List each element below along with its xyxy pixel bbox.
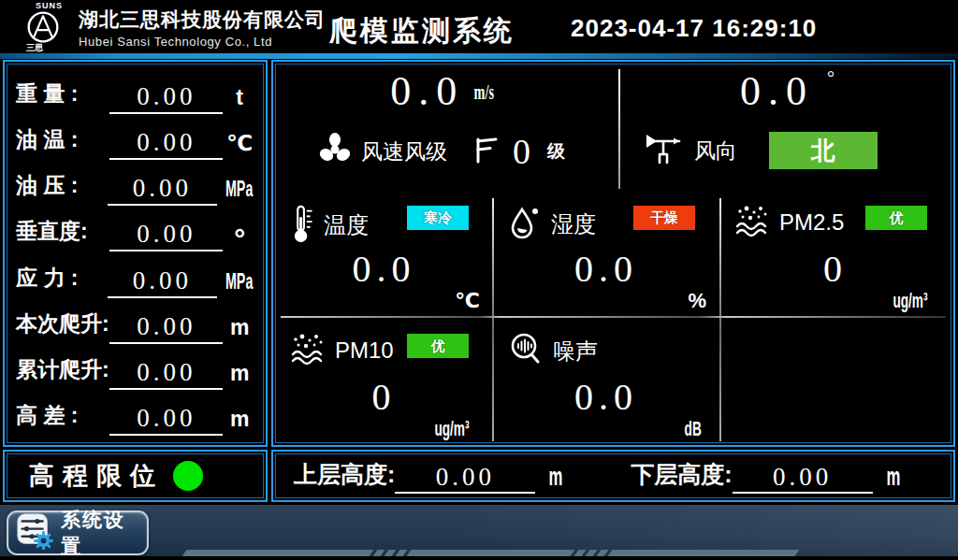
environment-panel: 0.0m/s 风速风级 [271,60,955,447]
elevation-limit-status-light [173,461,203,491]
metric-value: 0.00 [109,128,223,160]
metric-unit: MPa [225,269,253,294]
sensor-cell-empty [719,317,951,445]
grid-vertical-divider [719,198,721,441]
sensor-value: 0.0 [493,375,719,419]
metric-unit: ° [223,231,256,251]
wind-speed-unit: m/s [474,80,494,105]
sensor-value: 0.0 [493,247,719,291]
metric-unit: m [223,361,256,390]
metric-row-oil-pressure: 油 压 : 0.00 MPa [16,163,256,206]
metrics-panel: 重 量 : 0.00 t 油 温 : 0.00 ℃ 油 压 : 0.00 MPa… [3,60,268,447]
header: SUNS 三思 湖北三思科技股份有限公司 Hubei Sansi Technol… [0,0,958,53]
metric-row-verticality: 垂直度: 0.00 ° [16,208,256,251]
sensor-value: 0.0 [275,247,493,291]
wind-scale-unit: 级 [547,139,565,164]
sensor-cell-noise: 噪声 0.0 dB [493,317,719,445]
status-badge-cold: 寒冷 [407,206,469,230]
elevation-limit-box: 高程限位 [3,450,268,502]
settings-sliders-gear-icon [16,512,53,553]
status-badge-dry: 干燥 [633,206,695,230]
lower-height-value: 0.00 [733,463,873,494]
metric-row-oil-temp: 油 温 : 0.00 ℃ [16,117,256,160]
wind-speed-value: 0.0 [390,68,464,114]
metric-unit: t [223,85,256,114]
company-logo: SUNS 三思 [24,1,77,53]
upper-height-unit: m [549,463,563,492]
droplet-icon [508,204,542,245]
lower-height-unit: m [886,463,900,492]
sensor-unit: % [688,289,706,313]
metric-row-stress: 应 力 : 0.00 MPa [16,255,256,298]
wind-direction-unit: ° [827,67,835,88]
footer-decoration-stripe [184,550,797,556]
metric-value: 0.00 [109,220,223,251]
metric-value: 0.00 [108,266,217,298]
wind-direction-section: 0.0° 风向 北 [621,62,953,189]
particles-icon [734,204,770,241]
sensor-unit: ug/m³ [434,417,469,441]
wind-speed-label: 风速风级 [361,137,447,166]
metric-label: 油 压 : [16,171,108,206]
footer-bar: 系统设置 [0,505,958,560]
page-title: 爬模监测系统 [329,12,515,50]
wind-section-divider [618,69,620,189]
elevation-limit-label: 高程限位 [29,459,164,493]
metric-row-weight: 重 量 : 0.00 t [16,71,256,114]
wind-scale-value: 0 [513,131,530,172]
metric-value: 0.00 [108,174,217,206]
particles-icon [290,332,326,369]
wind-direction-value: 0.0 [740,68,814,114]
company-name-cn: 湖北三思科技股份有限公司 [79,7,326,33]
monitoring-screen: SUNS 三思 湖北三思科技股份有限公司 Hubei Sansi Technol… [0,0,958,560]
logo-suns-text: SUNS [36,1,63,10]
metric-value: 0.00 [109,312,223,344]
metric-row-total-climb: 累计爬升: 0.00 m [16,347,256,390]
metric-value: 0.00 [109,404,223,436]
sensor-label: 噪声 [553,337,598,366]
upper-height-value: 0.00 [395,463,535,494]
wind-direction-label: 风向 [694,136,737,165]
sensor-value: 0 [719,247,951,291]
status-badge-good: 优 [407,334,469,358]
metric-unit: m [223,407,256,436]
wind-direction-badge: 北 [769,132,878,169]
lower-height-group: 下层高度: 0.00 m [631,459,913,494]
sensor-cell-pm10: PM10 优 0 ug/m³ [275,317,493,445]
heights-box: 上层高度: 0.00 m 下层高度: 0.00 m [271,450,955,502]
sensor-value: 0 [275,375,493,419]
metric-value: 0.00 [109,82,223,114]
upper-height-group: 上层高度: 0.00 m [294,459,576,494]
sensor-unit: ℃ [455,289,480,313]
wind-scale-row: 风速风级 0 级 [316,131,565,172]
metric-label: 垂直度: [16,217,109,251]
grid-horizontal-divider [281,316,946,318]
system-settings-button[interactable]: 系统设置 [7,510,149,555]
metric-label: 重 量 : [16,79,109,114]
sensor-label: 温度 [324,210,369,240]
header-accent-bar [0,53,958,59]
upper-height-label: 上层高度: [294,459,395,494]
sensor-cell-humidity: 湿度 干燥 0.0 % [493,189,719,317]
sensor-unit: dB [684,417,701,441]
sensor-unit: ug/m³ [893,289,927,313]
metric-label: 累计爬升: [16,355,109,390]
lower-height-label: 下层高度: [631,459,732,494]
sensor-label: 湿度 [551,209,596,239]
wind-speed-value-line: 0.0m/s [273,67,617,115]
wind-speed-section: 0.0m/s 风速风级 [273,62,617,189]
grid-vertical-divider [492,198,494,441]
metric-label: 应 力 : [16,264,108,298]
metric-unit: m [223,315,256,344]
sensor-cell-pm25: PM2.5 优 0 ug/m³ [719,189,951,317]
sensor-label: PM10 [335,337,394,364]
settings-button-label: 系统设置 [61,507,139,559]
noise-icon [508,332,544,371]
company-name-en: Hubei Sansi Technology Co., Ltd [79,35,326,49]
wind-direction-row: 风向 北 [644,131,878,170]
wind-scale-icon [472,134,500,169]
metric-row-current-climb: 本次爬升: 0.00 m [16,301,256,344]
metric-label: 油 温 : [16,125,109,160]
metric-value: 0.00 [109,358,223,390]
thermometer-icon [290,204,314,247]
